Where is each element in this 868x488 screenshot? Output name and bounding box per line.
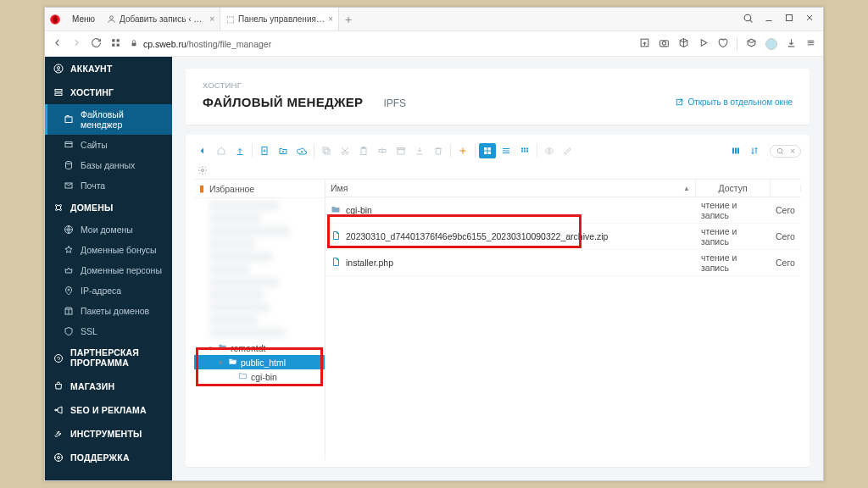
cloud-download-icon[interactable] <box>293 143 310 158</box>
svg-point-2 <box>110 16 114 19</box>
svg-point-22 <box>60 205 62 207</box>
new-folder-icon[interactable] <box>275 143 292 158</box>
delete-icon[interactable] <box>430 143 447 158</box>
view-grid-icon[interactable] <box>479 143 496 158</box>
back-icon[interactable] <box>52 37 63 51</box>
svg-rect-7 <box>112 43 114 46</box>
minimize-icon[interactable] <box>764 13 774 25</box>
svg-rect-15 <box>55 90 62 92</box>
apps-icon[interactable] <box>110 37 121 51</box>
svg-rect-47 <box>524 148 526 150</box>
sidebar-item-sites[interactable]: Сайты <box>45 135 172 155</box>
box-icon[interactable] <box>746 36 757 52</box>
browser-menu-button[interactable]: Меню <box>65 8 102 30</box>
url-field[interactable]: cp.sweb.ru/hosting/file_manager <box>130 39 631 49</box>
upload-icon[interactable] <box>231 143 248 158</box>
svg-point-52 <box>548 150 551 152</box>
download-file-icon[interactable] <box>411 143 428 158</box>
col-name[interactable]: Имя▲ <box>326 180 696 197</box>
close-icon[interactable] <box>804 13 815 25</box>
rename-icon[interactable] <box>374 143 391 158</box>
sidebar-cat-support[interactable]: ПОДДЕРЖКА <box>45 446 172 469</box>
close-tab-icon[interactable]: × <box>209 14 214 24</box>
svg-rect-6 <box>117 39 120 42</box>
svg-point-57 <box>202 169 204 172</box>
favorites-header[interactable]: ▮Избранное <box>194 180 325 198</box>
sidebar-cat-shop[interactable]: МАГАЗИН <box>45 374 172 398</box>
sidebar-item-my-domains[interactable]: Мои домены <box>45 219 172 240</box>
eye-icon[interactable] <box>541 143 558 158</box>
edit-icon[interactable] <box>559 143 576 158</box>
sidebar-item-ip[interactable]: IP-адреса <box>45 280 172 301</box>
new-file-icon[interactable] <box>256 143 273 158</box>
file-manager-card: × ▮Избранное ▾remontdt <box>186 135 810 467</box>
view-list-icon[interactable] <box>498 143 515 158</box>
archive-icon[interactable] <box>392 143 409 158</box>
sidebar-item-domain-persons[interactable]: Доменные персоны <box>45 260 172 280</box>
sidebar-item-mail[interactable]: Почта <box>45 175 172 196</box>
share-icon[interactable] <box>639 36 650 52</box>
sidebar: АККАУНТ ХОСТИНГ Файловый менеджер Сайты … <box>45 57 172 480</box>
page-title: ФАЙЛОВЫЙ МЕНЕДЖЕР <box>203 95 363 109</box>
maximize-icon[interactable] <box>784 13 794 25</box>
home-icon[interactable] <box>213 143 230 158</box>
sidebar-item-domain-packages[interactable]: Пакеты доменов <box>45 301 172 321</box>
file-row[interactable]: cgi-bin чтение и запись Сего <box>326 197 801 224</box>
sidebar-cat-tools[interactable]: ИНСТРУМЕНТЫ <box>45 422 172 446</box>
sidebar-cat-seo[interactable]: SEO И РЕКЛАМА <box>45 398 172 422</box>
sidebar-item-ssl[interactable]: SSL <box>45 321 172 341</box>
open-external-link[interactable]: Открыть в отдельном окне <box>675 97 793 107</box>
svg-point-14 <box>58 67 60 69</box>
tab-ipfs[interactable]: IPFS <box>383 97 406 109</box>
forward-icon[interactable] <box>71 37 82 51</box>
profile-avatar[interactable] <box>765 38 777 50</box>
sidebar-item-databases[interactable]: Базы данных <box>45 155 172 175</box>
cube-icon[interactable] <box>678 36 689 52</box>
file-row[interactable]: 20230310_d74401376f46e9bc6155_2023031009… <box>326 224 801 250</box>
download-icon[interactable] <box>786 36 797 52</box>
camera-icon[interactable] <box>659 36 670 52</box>
cut-icon[interactable] <box>337 143 353 158</box>
columns-icon[interactable] <box>727 143 744 158</box>
folder-open-icon <box>228 357 237 368</box>
sidebar-cat-account[interactable]: АККАУНТ <box>45 57 172 80</box>
back-arrow-icon[interactable] <box>194 143 211 158</box>
sidebar-cat-partner[interactable]: ПАРТНЕРСКАЯ ПРОГРАММА <box>45 341 172 374</box>
copy-icon[interactable] <box>318 143 335 158</box>
sidebar-item-file-manager[interactable]: Файловый менеджер <box>45 104 172 135</box>
tree-node-cgibin[interactable]: cgi-bin <box>194 369 325 384</box>
browser-tab-1[interactable]: ⬚ Панель управления VH × <box>220 8 339 30</box>
close-tab-icon[interactable]: × <box>328 14 333 24</box>
play-icon[interactable] <box>698 36 709 52</box>
folder-icon <box>218 342 227 353</box>
file-row[interactable]: installer.php чтение и запись Сего <box>326 250 801 276</box>
svg-point-28 <box>55 354 63 362</box>
sidebar-cat-hosting[interactable]: ХОСТИНГ <box>45 80 172 104</box>
svg-rect-44 <box>484 152 487 155</box>
col-access[interactable]: Доступ <box>696 180 771 197</box>
toolbar-search[interactable]: × <box>770 145 801 158</box>
paste-icon[interactable] <box>355 143 372 158</box>
svg-rect-18 <box>65 142 72 147</box>
file-icon <box>331 230 341 242</box>
col-date[interactable] <box>771 185 801 191</box>
search-icon[interactable] <box>743 13 754 26</box>
sort-icon[interactable] <box>746 143 763 158</box>
svg-rect-9 <box>132 42 136 46</box>
star-new-icon[interactable] <box>454 143 471 158</box>
sidebar-item-domain-bonuses[interactable]: Доменные бонусы <box>45 240 172 260</box>
view-compact-icon[interactable] <box>516 143 533 158</box>
svg-point-12 <box>662 41 665 44</box>
tree-node-public-html[interactable]: ▾public_html <box>194 355 325 369</box>
browser-window: Меню Добавить запись ‹ Админ… × ⬚ Панель… <box>44 7 824 481</box>
reload-icon[interactable] <box>91 37 102 51</box>
sidebar-cat-domains[interactable]: ДОМЕНЫ <box>45 196 172 219</box>
svg-rect-17 <box>65 117 72 123</box>
settings-gear[interactable] <box>194 164 801 179</box>
kebab-icon[interactable] <box>805 36 816 52</box>
svg-rect-45 <box>488 152 492 155</box>
new-tab-button[interactable]: + <box>339 8 358 30</box>
heart-icon[interactable] <box>717 36 728 52</box>
tree-node-remontdt[interactable]: ▾remontdt <box>194 341 325 355</box>
browser-tab-0[interactable]: Добавить запись ‹ Админ… × <box>102 8 220 30</box>
